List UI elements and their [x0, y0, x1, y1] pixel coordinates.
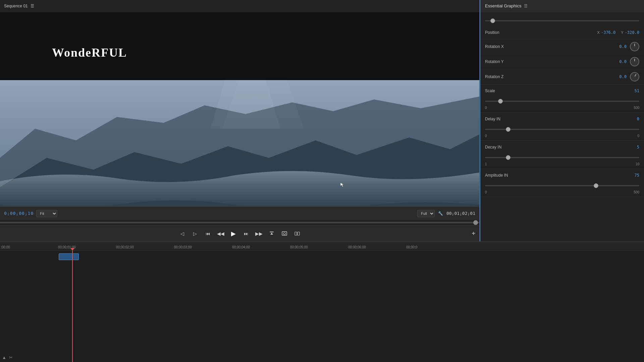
ruler-mark-5: 00;00;05;00 [290, 245, 308, 249]
step-back-button[interactable]: ⏮ [204, 230, 212, 238]
wrench-icon[interactable]: 🔧 [438, 211, 443, 216]
position-section: Position X -376.0 Y -320.0 [480, 27, 644, 39]
timeline-tool-razor[interactable]: ✂ [9, 355, 13, 360]
sequence-menu-icon[interactable]: ☰ [31, 4, 34, 8]
amplitude-in-slider[interactable] [485, 182, 639, 189]
rotation-x-section: Rotation X 0.0 [480, 39, 644, 54]
scale-row: Scale 51 [485, 87, 639, 95]
position-x-group: X -376.0 [597, 30, 616, 35]
svg-rect-9 [298, 232, 300, 235]
timeline-tracks[interactable]: ▲ ✂ [0, 251, 644, 362]
rotation-y-dial[interactable] [630, 57, 639, 66]
scrubber-thumb[interactable] [473, 220, 478, 225]
delay-in-value[interactable]: 0 [637, 117, 639, 121]
scrubber-bar[interactable] [0, 220, 479, 225]
scale-value[interactable]: 51 [635, 88, 639, 93]
rotation-y-value[interactable]: 0.0 [619, 59, 627, 64]
quality-dropdown[interactable]: Full 1/2 1/4 [417, 210, 435, 217]
timeline-clip[interactable] [59, 253, 79, 260]
position-y-value[interactable]: -320.0 [625, 30, 639, 35]
decay-in-row: Decay IN 5 [485, 143, 639, 151]
scale-slider[interactable] [485, 98, 639, 105]
eg-panel-content[interactable]: Position X -376.0 Y -320.0 Rota [480, 12, 644, 241]
position-label: Position [485, 30, 499, 35]
top-slider[interactable] [485, 17, 639, 24]
lift-button[interactable] [268, 230, 276, 238]
rewind-button[interactable]: ◀◀ [217, 230, 225, 238]
step-forward-button[interactable]: ⏭ [242, 230, 250, 238]
timeline-tool-marker[interactable]: ▲ [2, 355, 6, 360]
timeline-playhead[interactable] [72, 251, 73, 362]
rotation-z-section: Rotation Z 0.0 [480, 69, 644, 84]
export-frame-button[interactable] [280, 230, 288, 238]
scale-min: 0 [485, 106, 487, 110]
decay-in-slider-thumb[interactable] [506, 155, 511, 160]
x-label: X [597, 31, 600, 35]
timeline-ruler[interactable]: ;00;00 00;00;01;00 00;00;02;00 00;00;03;… [0, 242, 644, 251]
amplitude-in-max: 500 [634, 190, 639, 194]
amplitude-in-min: 0 [485, 190, 487, 194]
y-label: Y [621, 31, 623, 35]
controls-left: 0;00;00;10 Fit 25% 50% 75% 100% [4, 210, 57, 217]
amplitude-in-range-labels: 0 500 [485, 190, 639, 194]
scrubber-track [0, 222, 479, 223]
amplitude-in-section: Amplitude IN 75 0 500 [480, 169, 644, 197]
top-slider-track [485, 20, 639, 21]
rotation-z-dial[interactable] [628, 70, 641, 83]
mark-in-button[interactable]: ◁ [178, 230, 186, 238]
fit-dropdown[interactable]: Fit 25% 50% 75% 100% [36, 210, 57, 217]
rotation-x-value[interactable]: 0.0 [619, 44, 627, 49]
amplitude-in-row: Amplitude IN 75 [485, 172, 639, 179]
decay-in-section: Decay IN 5 1 10 [480, 141, 644, 169]
amplitude-in-value[interactable]: 75 [635, 173, 639, 178]
eg-menu-icon[interactable]: ☰ [524, 4, 528, 8]
position-y-group: Y -320.0 [621, 30, 639, 35]
rotation-y-controls: 0.0 [619, 57, 639, 66]
controls-right: Full 1/2 1/4 🔧 00;01;02;01 [417, 210, 475, 217]
mark-out-button[interactable]: ▷ [191, 230, 199, 238]
transport-bar: ◁ ▷ ⏮ ◀◀ ▶ ⏭ ▶▶ + [0, 225, 479, 241]
decay-in-slider[interactable] [485, 154, 639, 161]
decay-in-value[interactable]: 5 [637, 145, 639, 149]
delay-in-slider[interactable] [485, 126, 639, 133]
timeline-area: ;00;00 00;00;01;00 00;00;02;00 00;00;03;… [0, 241, 644, 362]
rotation-x-label: Rotation X [485, 44, 504, 49]
essential-graphics-panel: Essential Graphics ☰ Position X -37 [480, 0, 644, 241]
rotation-y-label: Rotation Y [485, 59, 504, 64]
play-button[interactable]: ▶ [229, 230, 237, 238]
delay-in-row: Delay IN 0 [485, 115, 639, 123]
delay-in-label: Delay IN [485, 117, 500, 121]
total-timecode: 00;01;02;01 [446, 211, 475, 216]
ruler-container: ;00;00 00;00;01;00 00;00;02;00 00;00;03;… [0, 242, 644, 250]
decay-in-label: Decay IN [485, 145, 501, 149]
position-x-value[interactable]: -376.0 [601, 30, 615, 35]
eg-panel-title: Essential Graphics [485, 3, 521, 8]
position-values: X -376.0 Y -320.0 [597, 30, 639, 35]
sequence-title: Sequence 01 [4, 4, 28, 8]
top-slider-section [480, 12, 644, 27]
rotation-z-controls: 0.0 [619, 72, 639, 81]
ruler-mark-4: 00;00;04;00 [232, 245, 250, 249]
timeline-tools: ▲ ✂ [2, 355, 13, 360]
rotation-x-dial[interactable] [630, 42, 639, 51]
top-slider-thumb[interactable] [490, 18, 495, 23]
ruler-mark-0: ;00;00 [1, 245, 10, 249]
fast-forward-button[interactable]: ▶▶ [255, 230, 263, 238]
ruler-mark-3: 00;00;03;00 [174, 245, 192, 249]
scale-section: Scale 51 0 500 [480, 84, 644, 113]
amplitude-in-slider-thumb[interactable] [594, 183, 598, 188]
current-timecode: 0;00;00;10 [4, 211, 34, 216]
delay-in-max: 0 [637, 134, 639, 138]
video-controls-bar: 0;00;00;10 Fit 25% 50% 75% 100% Full 1/2… [0, 206, 479, 220]
svg-rect-8 [295, 232, 297, 235]
delay-in-slider-thumb[interactable] [506, 127, 511, 132]
rotation-z-value[interactable]: 0.0 [619, 74, 627, 79]
ruler-mark-6: 00;00;06;00 [348, 245, 366, 249]
scale-slider-thumb[interactable] [498, 99, 503, 104]
add-button[interactable]: + [472, 230, 475, 237]
decay-in-max: 10 [636, 162, 639, 166]
insert-button[interactable] [293, 230, 301, 238]
decay-in-range-labels: 1 10 [485, 162, 639, 166]
amplitude-in-slider-track [485, 185, 639, 186]
rotation-z-label: Rotation Z [485, 74, 503, 79]
